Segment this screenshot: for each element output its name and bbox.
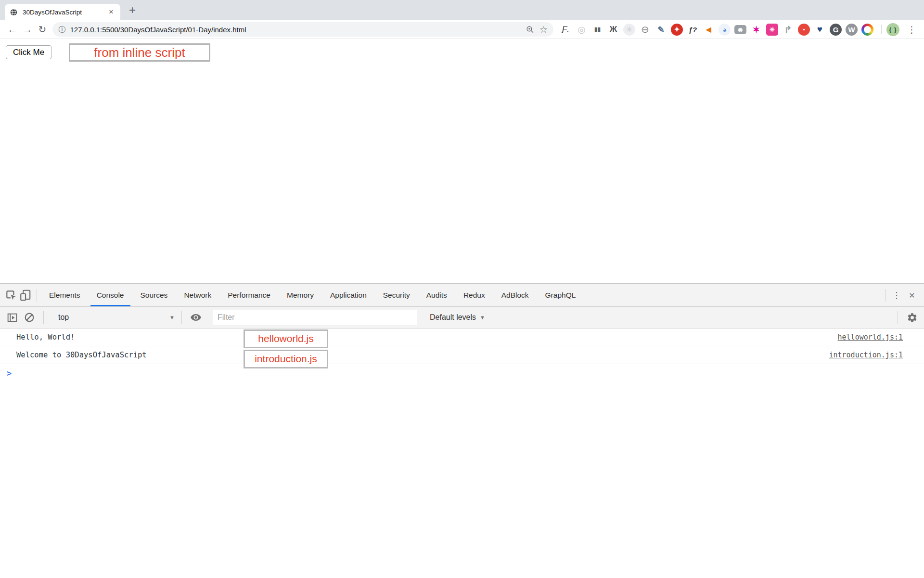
log-levels-label: Default levels xyxy=(430,313,476,322)
forward-icon[interactable]: → xyxy=(20,22,35,37)
page-content: Click Me from inline script xyxy=(0,39,924,283)
function-help-icon[interactable]: ƒ? xyxy=(687,24,699,36)
console-message-text: Welcome to 30DaysOfJavaScript xyxy=(16,351,829,359)
tab-network[interactable]: Network xyxy=(176,284,219,306)
swirl-circle-icon[interactable]: ◕ xyxy=(719,24,731,36)
console-sidebar-icon[interactable] xyxy=(5,310,19,325)
toolbar-separator-2 xyxy=(181,311,182,324)
back-icon[interactable]: ← xyxy=(5,22,20,37)
chevron-down-icon: ▼ xyxy=(480,315,485,320)
devtools-tabbar-tabs: ElementsConsoleSourcesNetworkPerformance… xyxy=(41,284,584,306)
inline-script-text: from inline script xyxy=(94,45,185,60)
heart-search-icon[interactable]: ♥ xyxy=(814,24,826,36)
tab-security[interactable]: Security xyxy=(375,284,418,306)
inline-script-box: from inline script xyxy=(69,43,210,62)
browser-toolbar: ← → ↻ ⓘ 127.0.0.1:5500/30DaysOfJavaScrip… xyxy=(0,20,924,39)
zoom-icon[interactable] xyxy=(526,25,535,34)
console-source-link[interactable]: helloworld.js:1 xyxy=(838,333,903,342)
corner-arrows-icon[interactable]: ↱ xyxy=(782,24,794,36)
log-levels-dropdown[interactable]: Default levels ▼ xyxy=(430,313,485,322)
devtools-close-icon[interactable]: × xyxy=(904,289,920,301)
bookmark-star-icon[interactable]: ☆ xyxy=(539,24,548,35)
tab-title: 30DaysOfJavaScript xyxy=(23,9,102,16)
tabbar-separator-right xyxy=(885,289,886,302)
dash-circle-icon[interactable]: ⊖ xyxy=(639,24,651,36)
url-text[interactable]: 127.0.0.1:5500/30DaysOfJavaScript/01-Day… xyxy=(70,26,246,34)
address-bar[interactable]: ⓘ 127.0.0.1:5500/30DaysOfJavaScript/01-D… xyxy=(52,22,553,37)
tab-strip: 30DaysOfJavaScript × + xyxy=(0,0,924,20)
stop-hand-icon[interactable]: ✦ xyxy=(671,24,683,36)
pocket-icon[interactable]: ▪ xyxy=(798,24,810,36)
graphql-icon[interactable]: ✶ xyxy=(750,24,762,36)
click-me-button[interactable]: Click Me xyxy=(6,45,51,59)
braces-icon[interactable]: { } xyxy=(886,23,899,36)
reload-icon[interactable]: ↻ xyxy=(35,22,50,37)
settings-gear-icon[interactable] xyxy=(905,310,919,325)
devtools-tabbar: ElementsConsoleSourcesNetworkPerformance… xyxy=(0,284,924,307)
atom-faded-icon[interactable]: ✳ xyxy=(623,24,635,36)
new-tab-button[interactable]: + xyxy=(129,3,136,17)
clear-console-icon[interactable] xyxy=(22,310,37,325)
w-circle-icon[interactable]: W xyxy=(846,24,858,36)
inspect-element-icon[interactable] xyxy=(4,288,18,302)
console-message-text: Hello, World! xyxy=(16,333,838,342)
devtools-menu-icon[interactable]: ⋮ xyxy=(889,290,904,301)
g-circle-icon[interactable]: G xyxy=(830,24,842,36)
console-toolbar: top ▼ Default levels ▼ xyxy=(0,307,924,328)
globe-favicon-icon xyxy=(10,8,18,16)
console-messages: Hello, World!helloworld.js:1Welcome to 3… xyxy=(0,328,924,364)
tab-adblock[interactable]: AdBlock xyxy=(493,284,537,306)
halo-circle-icon[interactable]: ◎ xyxy=(576,24,588,36)
eyedropper-icon[interactable]: ✎ xyxy=(655,24,667,36)
console-prompt-chevron-icon[interactable]: > xyxy=(7,368,12,378)
tab-close-icon[interactable]: × xyxy=(107,7,116,17)
browser-menu-icon[interactable]: ⋮ xyxy=(904,24,919,35)
megaphone-icon[interactable]: ◀ xyxy=(703,24,715,36)
device-toolbar-icon[interactable] xyxy=(18,288,33,302)
eye-icon[interactable] xyxy=(189,310,203,325)
filter-input[interactable] xyxy=(213,310,417,325)
context-selector[interactable]: top ▼ xyxy=(53,313,175,322)
tab-console[interactable]: Console xyxy=(89,284,132,306)
console-row: Welcome to 30DaysOfJavaScriptintroductio… xyxy=(0,346,924,364)
chevron-down-icon: ▼ xyxy=(169,315,175,320)
extensions-tray: Ƒ.◎▮▮Ж✳⊖✎✦ƒ?◀◕◉✶✳↱▪♥GW{ } xyxy=(560,23,899,36)
console-prompt-row[interactable]: > xyxy=(0,364,924,382)
browser-tab[interactable]: 30DaysOfJavaScript × xyxy=(5,4,120,20)
columns-icon[interactable]: ▮▮ xyxy=(591,24,603,36)
color-ring-icon[interactable] xyxy=(861,24,873,36)
tab-graphql[interactable]: GraphQL xyxy=(537,284,584,306)
tabbar-separator xyxy=(37,289,37,302)
tab-elements[interactable]: Elements xyxy=(41,284,89,306)
tab-sources[interactable]: Sources xyxy=(132,284,176,306)
console-row: Hello, World!helloworld.js:1 xyxy=(0,328,924,346)
console-body: Hello, World!helloworld.js:1Welcome to 3… xyxy=(0,328,924,382)
camera-icon[interactable]: ◉ xyxy=(734,25,746,34)
tab-memory[interactable]: Memory xyxy=(279,284,322,306)
tab-redux[interactable]: Redux xyxy=(455,284,493,306)
toolbar-separator xyxy=(43,311,44,324)
tab-application[interactable]: Application xyxy=(322,284,375,306)
bug-icon[interactable]: Ж xyxy=(607,24,619,36)
tab-audits[interactable]: Audits xyxy=(418,284,455,306)
script-f-icon[interactable]: Ƒ. xyxy=(560,24,572,36)
tab-performance[interactable]: Performance xyxy=(219,284,279,306)
site-info-icon[interactable]: ⓘ xyxy=(58,25,65,34)
devtools-panel: ElementsConsoleSourcesNetworkPerformance… xyxy=(0,283,924,578)
toolbar-separator-3 xyxy=(898,311,898,324)
context-selector-label: top xyxy=(53,313,169,322)
atom-square-icon[interactable]: ✳ xyxy=(766,24,778,36)
console-source-link[interactable]: introduction.js:1 xyxy=(829,351,903,359)
